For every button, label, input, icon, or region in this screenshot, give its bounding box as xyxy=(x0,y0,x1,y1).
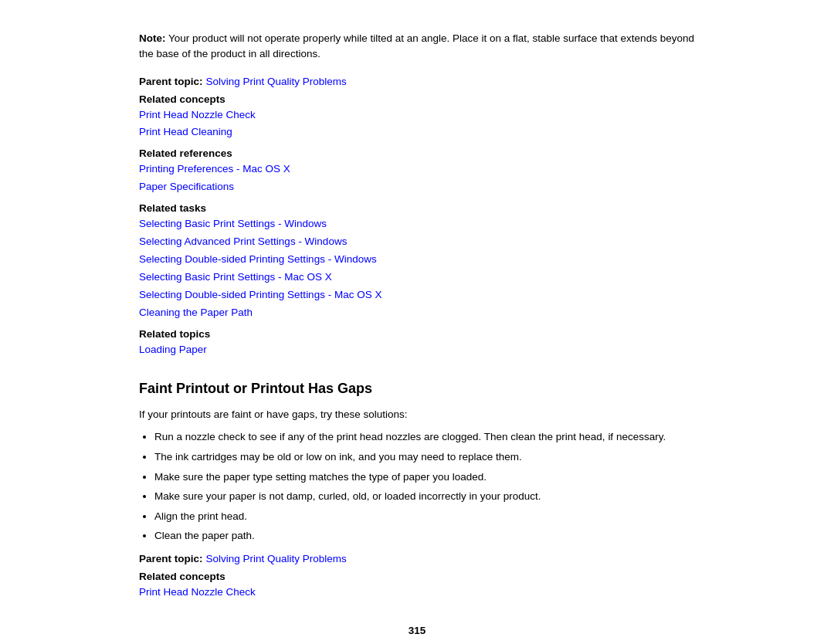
bullet-item-4: Align the print head. xyxy=(154,508,695,525)
related-tasks-heading: Related tasks xyxy=(139,202,695,214)
parent-topic-2-link[interactable]: Solving Print Quality Problems xyxy=(205,553,346,564)
related-concepts-2-link-0[interactable]: Print Head Nozzle Check xyxy=(139,584,695,602)
related-tasks-link-0[interactable]: Selecting Basic Print Settings - Windows xyxy=(139,215,695,233)
related-tasks-link-4[interactable]: Selecting Double-sided Printing Settings… xyxy=(139,286,695,304)
related-topics-1-heading: Related topics xyxy=(139,328,695,340)
bullet-item-2: Make sure the paper type setting matches… xyxy=(154,469,695,486)
bullet-item-1: The ink cartridges may be old or low on … xyxy=(154,449,695,466)
related-concepts-1-block: Related concepts Print Head Nozzle Check… xyxy=(139,93,695,142)
section-heading: Faint Printout or Printout Has Gaps xyxy=(139,381,695,397)
related-concepts-1-heading: Related concepts xyxy=(139,93,695,105)
related-topics-1-link-0[interactable]: Loading Paper xyxy=(139,341,695,359)
page-number: 315 xyxy=(139,625,695,636)
parent-topic-1-link[interactable]: Solving Print Quality Problems xyxy=(205,76,346,87)
related-tasks-link-3[interactable]: Selecting Basic Print Settings - Mac OS … xyxy=(139,269,695,286)
related-references-link-1[interactable]: Paper Specifications xyxy=(139,178,695,196)
page-container: Note: Your product will not operate prop… xyxy=(0,0,834,644)
related-tasks-link-1[interactable]: Selecting Advanced Print Settings - Wind… xyxy=(139,233,695,251)
related-tasks-block: Related tasks Selecting Basic Print Sett… xyxy=(139,202,695,322)
parent-topic-2-block: Parent topic: Solving Print Quality Prob… xyxy=(139,552,695,564)
related-concepts-1-link-1[interactable]: Print Head Cleaning xyxy=(139,124,695,141)
bullet-list: Run a nozzle check to see if any of the … xyxy=(154,429,695,544)
related-concepts-1-link-0[interactable]: Print Head Nozzle Check xyxy=(139,107,695,124)
related-tasks-link-2[interactable]: Selecting Double-sided Printing Settings… xyxy=(139,251,695,269)
related-references-link-0[interactable]: Printing Preferences - Mac OS X xyxy=(139,161,695,178)
related-tasks-link-5[interactable]: Cleaning the Paper Path xyxy=(139,304,695,322)
note-paragraph: Note: Your product will not operate prop… xyxy=(139,31,695,63)
related-topics-1-block: Related topics Loading Paper xyxy=(139,328,695,359)
intro-text: If your printouts are faint or have gaps… xyxy=(139,406,695,423)
related-references-block: Related references Printing Preferences … xyxy=(139,147,695,196)
related-concepts-2-block: Related concepts Print Head Nozzle Check xyxy=(139,571,695,602)
parent-topic-2-label: Parent topic: xyxy=(139,553,203,564)
related-references-heading: Related references xyxy=(139,147,695,159)
bullet-item-3: Make sure your paper is not damp, curled… xyxy=(154,488,695,505)
parent-topic-1-label: Parent topic: xyxy=(139,76,203,87)
note-body: Your product will not operate properly w… xyxy=(139,32,694,59)
related-concepts-2-heading: Related concepts xyxy=(139,571,695,582)
note-bold: Note: xyxy=(139,32,166,44)
parent-topic-1-block: Parent topic: Solving Print Quality Prob… xyxy=(139,75,695,87)
bullet-item-5: Clean the paper path. xyxy=(154,527,695,544)
bullet-item-0: Run a nozzle check to see if any of the … xyxy=(154,429,695,446)
